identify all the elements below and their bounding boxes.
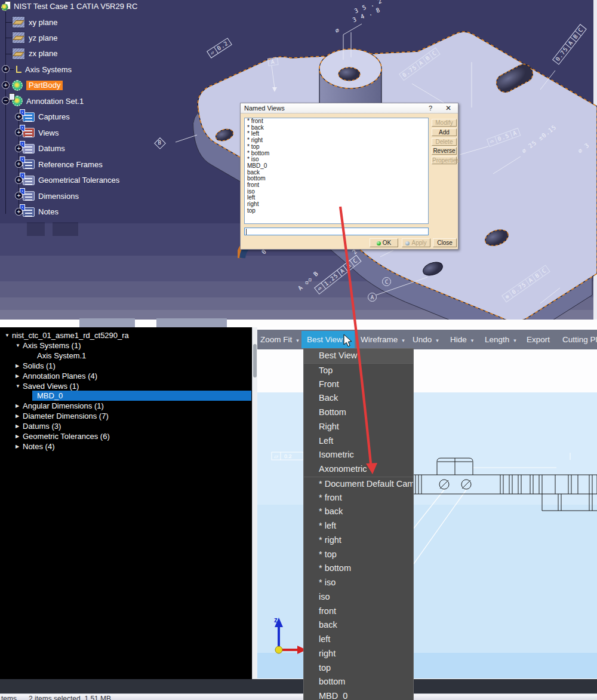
chevron-right-icon[interactable]: ▶ <box>16 363 23 369</box>
tree-item-captures[interactable]: Captures <box>23 110 70 124</box>
menu-item-top[interactable]: Top <box>304 363 413 377</box>
dialog-close-icon[interactable]: ✕ <box>444 104 453 113</box>
dropdown-arrow-icon[interactable]: ▾ <box>471 337 474 343</box>
menu-item-best-view[interactable]: Best View <box>304 349 413 363</box>
expand-plus-icon[interactable]: + <box>15 208 23 216</box>
tree-item-label[interactable]: yz plane <box>29 33 57 42</box>
add-button[interactable]: Add <box>432 128 457 136</box>
viewer-tree-label[interactable]: Saved Views (1) <box>23 382 79 391</box>
viewer-tree-item-angular-dimensions-1[interactable]: ▶Angular Dimensions (1) <box>16 401 104 411</box>
menu-item-iso[interactable]: iso <box>304 590 413 604</box>
ok-button[interactable]: OK <box>370 238 398 247</box>
chevron-down-icon[interactable]: ▼ <box>16 383 23 389</box>
dropdown-arrow-icon[interactable]: ▾ <box>296 337 299 343</box>
named-views-list[interactable]: * front* back* left* right* top* bottom*… <box>244 118 429 224</box>
menu-item-right[interactable]: right <box>304 647 413 661</box>
tree-item-label[interactable]: PartBody <box>26 81 63 90</box>
toolbar-undo-button[interactable]: Undo▾ <box>413 330 439 349</box>
toolbar-zoom-fit-button[interactable]: Zoom Fit▾ <box>260 330 299 349</box>
toolbar-export-button[interactable]: Export <box>527 330 550 349</box>
named-view-item-right[interactable]: right <box>245 201 428 208</box>
toolbar-best-view-button[interactable]: Best View▾ <box>301 331 355 348</box>
viewer-tree-item-axis-system-1[interactable]: Axis System.1 <box>37 351 86 361</box>
tree-item-label[interactable]: Views <box>38 128 59 137</box>
viewer-tree-label[interactable]: Geometric Tolerances (6) <box>23 432 110 441</box>
viewer-tree-item-mbd-0[interactable]: MBD_0 <box>37 391 63 401</box>
menu-item-back[interactable]: Back <box>304 391 413 406</box>
expand-plus-icon[interactable]: + <box>15 192 23 199</box>
menu-item-right[interactable]: * right <box>304 533 413 548</box>
viewer-tree-label[interactable]: Axis Systems (1) <box>23 341 81 350</box>
tree-item-zx-plane[interactable]: zx plane <box>12 47 57 61</box>
dialog-titlebar[interactable]: Named Views ? ✕ <box>241 103 458 113</box>
tree-item-reference-frames[interactable]: Reference Frames <box>23 157 103 171</box>
expand-plus-icon[interactable]: + <box>15 113 23 121</box>
named-view-item-left[interactable]: * left <box>245 131 428 137</box>
named-view-item-front[interactable]: * front <box>245 118 428 125</box>
menu-item-left[interactable]: * left <box>304 519 413 533</box>
menu-item-bottom[interactable]: Bottom <box>304 406 413 420</box>
tree-item-views[interactable]: Views <box>23 125 59 140</box>
menu-item-bottom[interactable]: * bottom <box>304 561 413 576</box>
chevron-right-icon[interactable]: ▶ <box>16 423 23 429</box>
tree-item-label[interactable]: zx plane <box>29 49 57 58</box>
chevron-down-icon[interactable]: ▼ <box>16 343 23 348</box>
tree-item-label[interactable]: Annotation Set.1 <box>26 97 84 106</box>
named-view-item-right[interactable]: * right <box>245 137 428 144</box>
tree-item-geometrical-tolerances[interactable]: Geometrical Tolerances <box>23 173 119 188</box>
viewer-tree-item-diameter-dimensions-7[interactable]: ▶Diameter Dimensions (7) <box>16 411 109 421</box>
viewer-tree-item-saved-views-1[interactable]: ▼Saved Views (1) <box>16 381 79 391</box>
wireframe-part[interactable] <box>412 458 597 511</box>
toolbar-hide-button[interactable]: Hide▾ <box>450 330 473 349</box>
chevron-right-icon[interactable]: ▶ <box>16 403 23 409</box>
menu-item-back[interactable]: * back <box>304 505 413 519</box>
tree-item-notes[interactable]: Notes <box>23 205 59 219</box>
menu-item-left[interactable]: Left <box>304 434 413 449</box>
viewer-tree-item-axis-systems-1[interactable]: ▼Axis Systems (1) <box>16 340 81 351</box>
menu-item-isometric[interactable]: Isometric <box>304 448 413 462</box>
menu-item-axonometric[interactable]: Axonometric <box>304 462 413 477</box>
viewer-tree-label[interactable]: Axis System.1 <box>37 351 86 360</box>
menu-item-top[interactable]: * top <box>304 548 413 562</box>
viewer-tree-label[interactable]: Datums (3) <box>23 422 61 431</box>
tree-item-annotation-set-1[interactable]: Annotation Set.1 <box>12 94 84 108</box>
chevron-right-icon[interactable]: ▶ <box>16 444 23 449</box>
named-view-item-top[interactable]: top <box>245 208 428 214</box>
expand-plus-icon[interactable]: + <box>15 128 23 136</box>
close-button[interactable]: Close <box>433 238 457 247</box>
expand-plus-icon[interactable]: + <box>2 81 10 89</box>
tree-item-xy-plane[interactable]: xy plane <box>12 15 57 29</box>
tree-item-datums[interactable]: Datums <box>23 142 65 156</box>
viewer-tree-item-datums-3[interactable]: ▶Datums (3) <box>16 421 61 431</box>
tree-item-partbody[interactable]: PartBody <box>12 78 63 93</box>
tree-item-axis-systems[interactable]: Axis Systems <box>12 62 72 76</box>
named-view-item-left[interactable]: left <box>245 195 428 201</box>
menu-item-right[interactable]: Right <box>304 420 413 434</box>
named-view-item-back[interactable]: * back <box>245 125 428 131</box>
viewer-tree-scrollbar[interactable] <box>252 327 257 679</box>
tree-item-label[interactable]: Axis Systems <box>25 65 72 74</box>
viewer-tree-label[interactable]: MBD_0 <box>37 391 63 400</box>
menu-item-top[interactable]: top <box>304 661 413 676</box>
menu-item-left[interactable]: left <box>304 633 413 647</box>
menu-item-back[interactable]: back <box>304 618 413 633</box>
menu-item-mbd-0[interactable]: MBD_0 <box>304 689 413 700</box>
viewer-tree-item-annotation-planes-4[interactable]: ▶Annotation Planes (4) <box>16 371 97 381</box>
chevron-right-icon[interactable]: ▶ <box>16 434 23 439</box>
collapse-minus-icon[interactable]: − <box>2 97 10 105</box>
expand-plus-icon[interactable]: + <box>15 176 23 184</box>
menu-item-bottom[interactable]: bottom <box>304 675 413 689</box>
viewer-tree-item-geometric-tolerances-6[interactable]: ▶Geometric Tolerances (6) <box>16 431 110 441</box>
menu-item-front[interactable]: * front <box>304 491 413 505</box>
viewer-tree-item-solids-1[interactable]: ▶Solids (1) <box>16 361 56 371</box>
tree-item-label[interactable]: Reference Frames <box>38 160 103 169</box>
expand-plus-icon[interactable]: + <box>15 160 23 168</box>
named-view-item-back[interactable]: back <box>245 170 428 176</box>
viewer-tree-label[interactable]: Diameter Dimensions (7) <box>23 412 109 420</box>
dialog-help-button[interactable]: ? <box>426 104 435 113</box>
dropdown-arrow-icon[interactable]: ▾ <box>436 337 439 343</box>
viewer-tree-label[interactable]: Angular Dimensions (1) <box>23 401 104 410</box>
tree-item-label[interactable]: Captures <box>38 112 70 121</box>
named-view-item-top[interactable]: * top <box>245 144 428 151</box>
toolbar-cutting-plane-button[interactable]: Cutting Plane <box>562 330 597 349</box>
